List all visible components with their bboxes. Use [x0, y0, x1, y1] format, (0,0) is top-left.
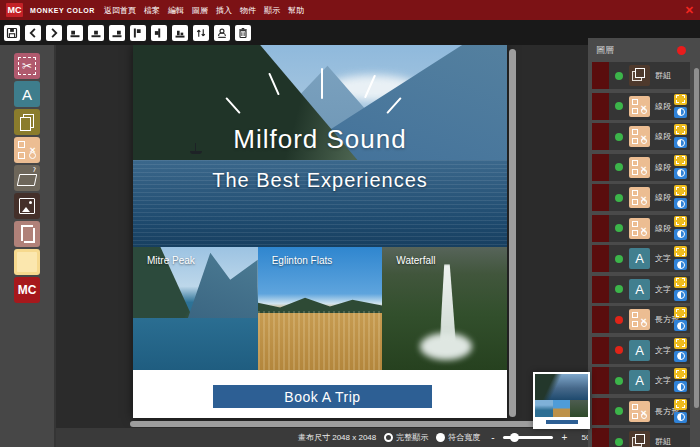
align-middle-button[interactable]	[151, 25, 167, 41]
layer-row[interactable]: 線段	[592, 215, 690, 242]
layer-row[interactable]: 群組	[592, 62, 690, 89]
align-right-button[interactable]	[109, 25, 125, 41]
shapes-tool-icon[interactable]	[14, 137, 40, 163]
layer-drag-handle[interactable]	[592, 93, 609, 120]
align-bottom-button[interactable]	[172, 25, 188, 41]
app-logo[interactable]: MC	[6, 3, 23, 17]
menu-item[interactable]: 顯示	[264, 5, 280, 16]
contrast-badge-icon[interactable]	[674, 381, 687, 392]
preview-thumbnail[interactable]	[533, 372, 590, 429]
layer-visibility-dot[interactable]	[615, 224, 623, 232]
text-tool-icon[interactable]	[14, 81, 40, 107]
layer-row[interactable]: 文字	[592, 245, 690, 272]
transform-badge-icon[interactable]	[674, 307, 687, 318]
cut-tool-icon[interactable]	[14, 53, 40, 79]
align-left-button[interactable]	[67, 25, 83, 41]
layer-drag-handle[interactable]	[592, 62, 609, 89]
layer-visibility-dot[interactable]	[615, 438, 623, 446]
align-center-button[interactable]	[88, 25, 104, 41]
zoom-slider-thumb[interactable]	[510, 433, 519, 442]
transform-badge-icon[interactable]	[674, 124, 687, 135]
zoom-in-button[interactable]: +	[562, 432, 568, 443]
layer-visibility-dot[interactable]	[615, 285, 623, 293]
layer-visibility-dot[interactable]	[615, 72, 623, 80]
radio-icon[interactable]	[384, 433, 393, 442]
contrast-badge-icon[interactable]	[674, 412, 687, 423]
transform-badge-icon[interactable]	[674, 185, 687, 196]
layer-visibility-dot[interactable]	[615, 316, 623, 324]
mc-brand-icon[interactable]: MC	[14, 277, 40, 303]
zoom-slider[interactable]	[503, 436, 553, 439]
record-dot-icon[interactable]	[677, 46, 686, 55]
person-button[interactable]	[214, 25, 230, 41]
layer-visibility-dot[interactable]	[615, 255, 623, 263]
layer-row[interactable]: 群組	[592, 428, 690, 447]
contrast-badge-icon[interactable]	[674, 137, 687, 148]
color-swatch-icon[interactable]	[14, 249, 40, 275]
undo-button[interactable]	[25, 25, 41, 41]
menu-item[interactable]: 編輯	[168, 5, 184, 16]
layer-drag-handle[interactable]	[592, 154, 609, 181]
crop-tool-icon[interactable]	[14, 221, 40, 247]
transform-badge-icon[interactable]	[674, 246, 687, 257]
layer-row[interactable]: 線段	[592, 123, 690, 150]
menu-item[interactable]: 檔案	[144, 5, 160, 16]
design-page[interactable]: Milford Sound The Best Experiences Mitre…	[133, 45, 507, 418]
transform-badge-icon[interactable]	[674, 399, 687, 410]
layer-row[interactable]: 線段	[592, 93, 690, 120]
layer-drag-handle[interactable]	[592, 337, 609, 364]
book-a-trip-button[interactable]: Book A Trip	[213, 385, 432, 408]
redo-button[interactable]	[46, 25, 62, 41]
contrast-badge-icon[interactable]	[674, 107, 687, 118]
contrast-badge-icon[interactable]	[674, 290, 687, 301]
transform-badge-icon[interactable]	[674, 94, 687, 105]
layer-row[interactable]: 線段	[592, 184, 690, 211]
contrast-badge-icon[interactable]	[674, 229, 687, 240]
layer-visibility-dot[interactable]	[615, 133, 623, 141]
fit-option[interactable]: 完整顯示	[376, 432, 428, 443]
layer-drag-handle[interactable]	[592, 245, 609, 272]
layer-drag-handle[interactable]	[592, 306, 609, 333]
layer-drag-handle[interactable]	[592, 428, 609, 447]
horizontal-scrollbar[interactable]	[130, 421, 582, 427]
close-icon[interactable]: ✕	[685, 5, 694, 16]
copy-tool-icon[interactable]	[14, 109, 40, 135]
menu-item[interactable]: 插入	[216, 5, 232, 16]
contrast-badge-icon[interactable]	[674, 198, 687, 209]
layer-drag-handle[interactable]	[592, 123, 609, 150]
vertical-scrollbar[interactable]	[509, 49, 516, 417]
layer-row[interactable]: 長方形	[592, 306, 690, 333]
layer-drag-handle[interactable]	[592, 367, 609, 394]
contrast-badge-icon[interactable]	[674, 168, 687, 179]
delete-button[interactable]	[235, 25, 251, 41]
menu-item[interactable]: 圖層	[192, 5, 208, 16]
reorder-button[interactable]	[193, 25, 209, 41]
fit-option[interactable]: 符合寬度	[428, 432, 480, 443]
zoom-out-button[interactable]: -	[491, 432, 494, 443]
layer-visibility-dot[interactable]	[615, 194, 623, 202]
layer-visibility-dot[interactable]	[615, 163, 623, 171]
layer-row[interactable]: 文字	[592, 337, 690, 364]
layer-row[interactable]: 長方形	[592, 398, 690, 425]
transform-badge-icon[interactable]	[674, 368, 687, 379]
transform-badge-icon[interactable]	[674, 155, 687, 166]
layer-drag-handle[interactable]	[592, 276, 609, 303]
open-folder-icon[interactable]	[14, 165, 40, 191]
image-tool-icon[interactable]	[14, 193, 40, 219]
layers-scrollbar[interactable]	[694, 68, 699, 408]
layer-visibility-dot[interactable]	[615, 377, 623, 385]
layer-row[interactable]: 文字	[592, 367, 690, 394]
layer-row[interactable]: 線段	[592, 154, 690, 181]
transform-badge-icon[interactable]	[674, 338, 687, 349]
align-top-button[interactable]	[130, 25, 146, 41]
layer-drag-handle[interactable]	[592, 184, 609, 211]
menu-item[interactable]: 幫助	[288, 5, 304, 16]
layer-drag-handle[interactable]	[592, 215, 609, 242]
layer-visibility-dot[interactable]	[615, 102, 623, 110]
save-button[interactable]	[4, 25, 20, 41]
contrast-badge-icon[interactable]	[674, 259, 687, 270]
transform-badge-icon[interactable]	[674, 216, 687, 227]
menu-item[interactable]: 物件	[240, 5, 256, 16]
radio-icon[interactable]	[436, 433, 445, 442]
transform-badge-icon[interactable]	[674, 277, 687, 288]
